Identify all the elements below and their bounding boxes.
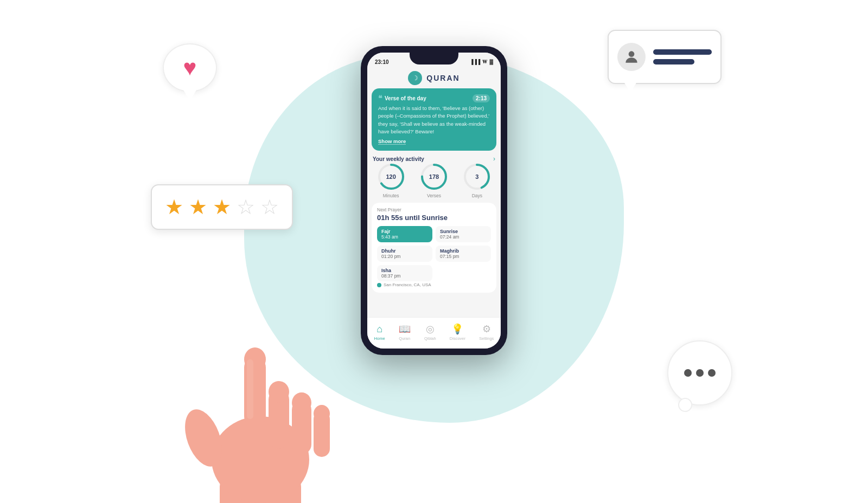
activity-stats: 120 Minutes 178 xyxy=(372,163,496,198)
nav-quran[interactable]: 📖 Quran xyxy=(399,323,411,341)
verse-label: ❝ Verse of the day xyxy=(378,94,426,102)
quote-icon: ❝ xyxy=(378,94,382,102)
prayer-item-sunrise: Sunrise 07:24 am xyxy=(436,226,491,242)
stat-value-verses: 178 xyxy=(429,173,439,180)
svg-point-14 xyxy=(269,381,289,403)
phone-notch xyxy=(410,53,458,65)
avatar xyxy=(617,43,646,71)
maghrib-time: 07:15 pm xyxy=(440,254,487,259)
quran-logo: ☽ xyxy=(408,71,422,85)
app-title: QURAN xyxy=(426,74,459,82)
nav-discover-label: Discover xyxy=(450,336,465,341)
stat-value-minutes: 120 xyxy=(386,173,395,180)
sunrise-name: Sunrise xyxy=(440,229,487,234)
phone-screen: 23:10 ▐▐▐ 𝐖 ▓ ☽ QURAN xyxy=(367,53,501,349)
prayer-item-dhuhr: Dhuhr 01:20 pm xyxy=(377,246,432,262)
sunrise-time: 07:24 am xyxy=(440,234,487,240)
hand-svg xyxy=(152,259,358,503)
nav-qiblah[interactable]: ◎ Qiblah xyxy=(424,323,436,341)
prayer-grid: Fajr 5:43 am Sunrise 07:24 am Dhuhr 01:2… xyxy=(377,226,491,281)
svg-point-0 xyxy=(629,51,635,57)
star-3: ★ xyxy=(213,195,231,219)
show-more-button[interactable]: Show more xyxy=(378,138,406,145)
prayer-item-maghrib: Maghrib 07:15 pm xyxy=(436,246,491,262)
nav-settings[interactable]: ⚙ Settings xyxy=(479,323,494,341)
dhuhr-time: 01:20 pm xyxy=(381,254,428,259)
typing-dot-3 xyxy=(708,369,716,377)
nav-settings-label: Settings xyxy=(479,336,494,341)
dhuhr-name: Dhuhr xyxy=(381,248,428,254)
phone-wrapper: 23:10 ▐▐▐ 𝐖 ▓ ☽ QURAN xyxy=(361,46,507,355)
activity-title: Your weekly activity xyxy=(373,156,424,162)
phone-content: ❝ Verse of the day 2:13 And when it is s… xyxy=(367,88,501,317)
status-icons: ▐▐▐ 𝐖 ▓ xyxy=(470,59,493,65)
nav-discover[interactable]: 💡 Discover xyxy=(450,323,465,341)
bottom-navigation: ⌂ Home 📖 Quran ◎ Qiblah 💡 Discover ⚙ xyxy=(367,317,501,349)
active-prayer-name: Fajr xyxy=(381,229,428,234)
app-header: ☽ QURAN xyxy=(367,69,501,88)
person-icon xyxy=(623,48,640,66)
stat-label-verses: Verses xyxy=(427,193,441,198)
svg-point-18 xyxy=(314,405,330,422)
hand-illustration xyxy=(152,259,358,503)
verse-text: And when it is said to them, 'Believe as… xyxy=(378,105,490,136)
activity-arrow: › xyxy=(493,155,495,163)
active-prayer-time: 5:43 am xyxy=(381,234,428,240)
stat-label-days: Days xyxy=(472,193,482,198)
profile-line-1 xyxy=(653,49,712,55)
stat-circle-minutes: 120 xyxy=(377,163,405,191)
nav-qiblah-label: Qiblah xyxy=(424,336,436,341)
nav-home[interactable]: ⌂ Home xyxy=(374,324,385,341)
prayer-item-isha: Isha 08:37 pm xyxy=(377,265,432,281)
stat-days: 3 Days xyxy=(463,163,491,198)
star-1: ★ xyxy=(165,195,183,219)
stat-minutes: 120 Minutes xyxy=(377,163,405,198)
typing-bubble xyxy=(667,340,732,405)
star-5: ☆ xyxy=(260,195,279,219)
wifi-icon: 𝐖 xyxy=(482,59,487,65)
nav-quran-label: Quran xyxy=(399,336,410,341)
stat-circle-verses: 178 xyxy=(420,163,448,191)
isha-time: 08:37 pm xyxy=(381,273,428,279)
profile-line-2 xyxy=(653,59,694,65)
weekly-activity-section: Your weekly activity › 120 xyxy=(372,155,496,198)
settings-icon: ⚙ xyxy=(482,323,491,335)
discover-icon: 💡 xyxy=(451,323,463,335)
isha-name: Isha xyxy=(381,268,428,273)
typing-dot-2 xyxy=(696,369,704,377)
star-2: ★ xyxy=(189,195,207,219)
verse-card: ❝ Verse of the day 2:13 And when it is s… xyxy=(372,88,496,151)
location-bar: San Francisco, CA, USA xyxy=(377,281,491,288)
profile-bubble xyxy=(608,30,722,84)
location-dot xyxy=(377,283,381,287)
battery-icon: ▓ xyxy=(489,59,493,65)
star-4: ☆ xyxy=(237,195,255,219)
prayer-section: Next Prayer 01h 55s until Sunrise Fajr 5… xyxy=(372,203,496,293)
typing-dot-1 xyxy=(684,369,692,377)
home-icon: ⌂ xyxy=(376,324,382,335)
star-rating-card: ★ ★ ★ ☆ ☆ xyxy=(151,184,293,230)
svg-point-16 xyxy=(292,392,311,413)
phone-device: 23:10 ▐▐▐ 𝐖 ▓ ☽ QURAN xyxy=(361,46,507,355)
quran-nav-icon: 📖 xyxy=(399,323,411,335)
stat-label-minutes: Minutes xyxy=(383,193,399,198)
svg-rect-19 xyxy=(247,359,253,419)
maghrib-name: Maghrib xyxy=(440,248,487,254)
prayer-item-active: Fajr 5:43 am xyxy=(377,226,432,242)
status-time: 23:10 xyxy=(375,59,389,65)
verse-header: ❝ Verse of the day 2:13 xyxy=(378,94,490,102)
heart-icon: ♥ xyxy=(183,55,197,81)
signal-icon: ▐▐▐ xyxy=(470,59,480,65)
quran-logo-icon: ☽ xyxy=(412,74,418,82)
stat-value-days: 3 xyxy=(475,173,478,180)
stat-circle-days: 3 xyxy=(463,163,491,191)
next-prayer-label: Next Prayer xyxy=(377,207,491,212)
stat-verses: 178 Verses xyxy=(420,163,448,198)
verse-ref: 2:13 xyxy=(473,94,490,102)
prayer-countdown: 01h 55s until Sunrise xyxy=(377,214,491,222)
qiblah-icon: ◎ xyxy=(426,323,435,335)
location-text: San Francisco, CA, USA xyxy=(384,282,431,287)
nav-home-label: Home xyxy=(374,336,385,341)
heart-bubble: ♥ xyxy=(163,43,217,92)
activity-header: Your weekly activity › xyxy=(372,155,496,163)
